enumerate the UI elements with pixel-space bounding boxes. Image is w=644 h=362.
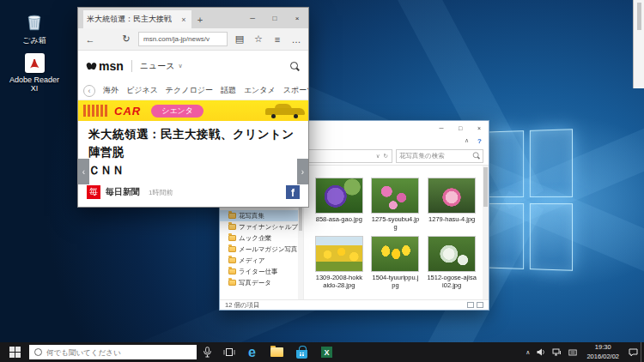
taskbar-explorer-button[interactable] xyxy=(264,342,289,362)
search-icon xyxy=(473,152,480,159)
action-center-icon[interactable] xyxy=(629,348,638,357)
edge-minimize-button[interactable]: ─ xyxy=(241,8,264,28)
show-desktop-button[interactable] xyxy=(641,342,644,362)
recycle-bin-icon xyxy=(23,10,46,33)
file-list-scrollbar[interactable] xyxy=(483,166,489,299)
desktop-icon-recycle-bin[interactable]: ごみ箱 xyxy=(7,10,62,45)
network-icon[interactable] xyxy=(552,348,562,356)
ad-banner[interactable]: CAR シエンタ xyxy=(78,100,308,121)
tab-title: 米大統領選：民主大接戦 xyxy=(87,14,179,25)
refresh-icon[interactable]: ↻ xyxy=(119,33,133,45)
mainichi-logo: 毎 xyxy=(87,185,100,199)
tab-close-icon[interactable]: × xyxy=(179,15,188,24)
nav-item[interactable]: ビジネス xyxy=(126,85,158,96)
edge-maximize-button[interactable]: □ xyxy=(264,8,286,28)
photo-thumbnail[interactable] xyxy=(428,178,476,214)
page-search-icon[interactable] xyxy=(290,62,300,71)
explorer-close-button[interactable]: × xyxy=(470,121,489,135)
file-name: 1275-syoubu4.jpg xyxy=(371,215,421,231)
url-bar[interactable]: msn.com/ja-jp/news/v xyxy=(138,32,228,46)
taskbar-edge-button[interactable]: e xyxy=(240,342,264,362)
help-icon[interactable]: ? xyxy=(477,137,482,145)
offscreen-window-edge[interactable] xyxy=(633,0,644,88)
explorer-search-input[interactable] xyxy=(399,152,471,160)
taskbar-store-button[interactable] xyxy=(289,342,314,362)
taskbar-excel-button[interactable]: X xyxy=(314,342,339,362)
nav-item[interactable]: エンタメ xyxy=(244,85,276,96)
ribbon-collapse-icon[interactable]: ∧ xyxy=(465,137,469,144)
photo-thumbnail[interactable] xyxy=(315,236,363,272)
taskbar-clock[interactable]: 19:30 2016/02/02 xyxy=(584,343,622,360)
reading-view-icon[interactable]: ▤ xyxy=(233,33,246,45)
file-item[interactable]: 858-asa-gao.jpg xyxy=(314,178,364,231)
address-dropdown-icon[interactable]: ∨ xyxy=(376,153,380,160)
file-item[interactable]: 1504-tyuurippu.jpg xyxy=(371,236,421,289)
more-icon[interactable]: … xyxy=(289,34,303,45)
address-refresh-icon[interactable]: ↻ xyxy=(384,153,388,160)
folder-icon xyxy=(228,246,236,252)
file-item[interactable]: 1275-syoubu4.jpg xyxy=(371,178,421,231)
task-view-button[interactable] xyxy=(218,342,240,362)
tree-item[interactable]: ライター仕事 xyxy=(220,266,303,277)
ad-headline: CAR xyxy=(114,105,141,118)
file-list-pane[interactable]: 858-asa-gao.jpg 1275-syoubu4.jpg 1279-ha… xyxy=(304,166,489,299)
nav-item[interactable]: 話題 xyxy=(221,85,236,96)
photo-thumbnail[interactable] xyxy=(428,236,476,272)
tree-item-label: 花写真集 xyxy=(239,212,264,220)
url-text: msn.com/ja-jp/news/v xyxy=(143,35,210,43)
system-tray: ∧ 19:30 2016/02/02 xyxy=(526,342,641,362)
headline-area[interactable]: 米大統領選：民主大接戦、クリントン陣営脱 ＣＮＮ xyxy=(78,121,308,178)
keyboard-icon[interactable] xyxy=(568,349,577,356)
nav-item[interactable]: 海外 xyxy=(103,85,118,96)
tray-chevron-up-icon[interactable]: ∧ xyxy=(526,349,530,356)
headline-text-line2[interactable]: ＣＮＮ xyxy=(88,162,298,180)
nav-scroll-left-icon[interactable]: ‹ xyxy=(83,85,95,97)
explorer-maximize-button[interactable]: □ xyxy=(451,121,470,135)
headline-text[interactable]: 米大統領選：民主大接戦、クリントン陣営脱 xyxy=(88,126,298,162)
taskbar-search-box[interactable] xyxy=(29,345,197,359)
favorites-star-icon[interactable]: ☆ xyxy=(252,33,265,45)
tree-item[interactable]: メールマガジン写真 xyxy=(220,244,303,255)
microphone-button[interactable] xyxy=(197,342,218,362)
tree-item[interactable]: ファイナンシャルプランニング xyxy=(220,221,303,232)
taskbar-search-input[interactable] xyxy=(46,348,191,357)
tree-item-selected[interactable]: 花写真集 xyxy=(220,210,303,221)
folder-icon xyxy=(228,268,236,275)
view-list-icon[interactable] xyxy=(467,302,474,308)
explorer-minimize-button[interactable]: ─ xyxy=(432,121,451,135)
back-icon[interactable]: ← xyxy=(83,34,97,45)
news-menu[interactable]: ニュース ∨ xyxy=(140,60,183,72)
new-tab-button[interactable]: + xyxy=(191,10,209,28)
msn-logo[interactable]: msn xyxy=(99,59,124,73)
edge-tabbar: 米大統領選：民主大接戦 × + ─ □ × xyxy=(78,8,308,28)
tree-item-label: ムック企業 xyxy=(239,234,271,243)
tree-item[interactable]: ムック企業 xyxy=(220,232,303,244)
desktop-icon-adobe-reader[interactable]: Adobe Reader XI xyxy=(7,53,62,94)
file-item[interactable]: 1512-ogose-ajisai02.jpg xyxy=(427,236,477,289)
browser-tab[interactable]: 米大統領選：民主大接戦 × xyxy=(83,10,191,28)
nav-item[interactable]: テクノロジー xyxy=(166,85,213,96)
facebook-icon[interactable]: f xyxy=(286,185,300,199)
carousel-next-button[interactable]: › xyxy=(297,159,308,184)
ad-button[interactable]: シエンタ xyxy=(151,105,204,118)
volume-icon[interactable] xyxy=(537,348,545,356)
desktop-icon-label: Adobe Reader XI xyxy=(7,75,62,94)
hub-icon[interactable]: ≡ xyxy=(270,34,284,45)
explorer-search-box[interactable] xyxy=(396,149,483,163)
store-icon xyxy=(296,350,307,359)
photo-thumbnail[interactable] xyxy=(371,236,419,272)
photo-thumbnail[interactable] xyxy=(315,178,363,214)
edge-close-button[interactable]: × xyxy=(286,8,308,28)
photo-thumbnail[interactable] xyxy=(371,178,419,214)
file-item[interactable]: 1309-2008-hokkaido-28.jpg xyxy=(314,236,364,289)
nav-item[interactable]: スポーツ xyxy=(283,85,308,96)
tree-item-label: メディア xyxy=(239,256,265,265)
msn-butterfly-icon xyxy=(87,62,96,70)
carousel-prev-button[interactable]: ‹ xyxy=(78,159,89,184)
tree-item[interactable]: 写真データ xyxy=(220,277,303,288)
view-thumbnails-icon[interactable] xyxy=(477,302,483,308)
windows-logo-pane xyxy=(529,129,573,196)
tree-item[interactable]: メディア xyxy=(220,255,303,266)
start-button[interactable] xyxy=(0,342,29,362)
file-item[interactable]: 1279-hasu-4.jpg xyxy=(427,178,477,231)
